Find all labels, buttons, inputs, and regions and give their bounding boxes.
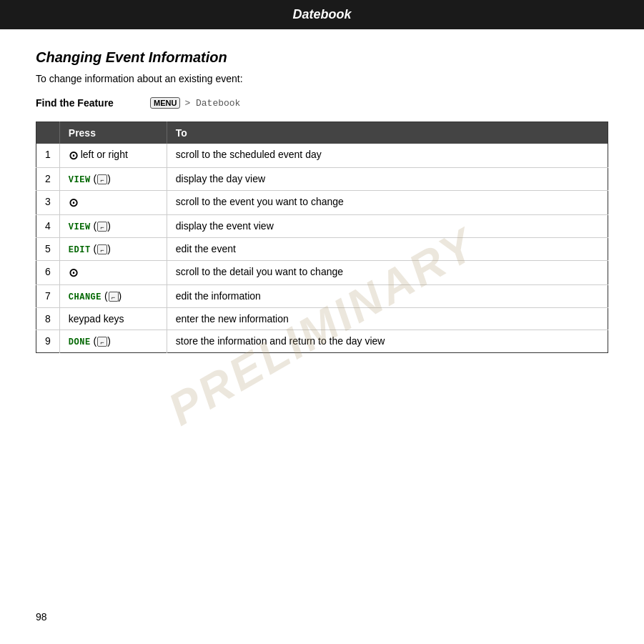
step-to: scroll to the scheduled event day bbox=[167, 144, 608, 168]
find-feature-label: Find the Feature bbox=[36, 97, 129, 109]
table-row: 3⊙scroll to the event you want to change bbox=[36, 191, 608, 215]
key-button-icon: ⌐ bbox=[97, 244, 107, 254]
soft-key-close: ) bbox=[119, 290, 122, 302]
soft-key-icon: ( bbox=[91, 173, 97, 184]
step-number: 8 bbox=[36, 308, 60, 330]
step-press: ⊙ bbox=[59, 261, 167, 285]
intro-text: To change information about an existing … bbox=[36, 73, 608, 84]
step-to: edit the information bbox=[167, 285, 608, 308]
step-press: keypad keys bbox=[59, 308, 167, 330]
key-button-icon: ⌐ bbox=[97, 222, 107, 232]
step-to: display the event view bbox=[167, 215, 608, 238]
soft-key-close: ) bbox=[107, 335, 111, 347]
nav-direction: left or right bbox=[78, 149, 128, 160]
find-feature-row: Find the Feature MENU > Datebook bbox=[36, 97, 608, 109]
menu-icon: MENU bbox=[150, 97, 180, 109]
table-row: 9DONE (⌐)store the information and retur… bbox=[36, 330, 608, 353]
step-to: display the day view bbox=[167, 168, 608, 191]
soft-key-icon: ( bbox=[101, 290, 108, 302]
key-label: DONE bbox=[69, 337, 91, 347]
table-row: 2VIEW (⌐)display the day view bbox=[36, 168, 608, 191]
table-header-row: Press To bbox=[36, 122, 608, 144]
step-number: 4 bbox=[36, 215, 60, 238]
step-number: 6 bbox=[36, 261, 60, 285]
page-header-title: Datebook bbox=[292, 7, 351, 21]
key-label: EDIT bbox=[69, 245, 91, 255]
col-header-to: To bbox=[167, 122, 608, 144]
step-press: DONE (⌐) bbox=[59, 330, 167, 353]
step-press: CHANGE (⌐) bbox=[59, 285, 167, 308]
step-press: ⊙ bbox=[59, 191, 167, 215]
key-label: VIEW bbox=[69, 175, 91, 185]
nav-icon: ⊙ bbox=[69, 196, 78, 209]
table-row: 4VIEW (⌐)display the event view bbox=[36, 215, 608, 238]
table-row: 8keypad keysenter the new information bbox=[36, 308, 608, 330]
key-label: VIEW bbox=[69, 222, 91, 232]
nav-icon: ⊙ bbox=[69, 266, 78, 279]
step-number: 7 bbox=[36, 285, 60, 308]
key-button-icon: ⌐ bbox=[97, 337, 107, 347]
step-press: ⊙ left or right bbox=[59, 144, 167, 168]
table-row: 6⊙scroll to the detail you want to chang… bbox=[36, 261, 608, 285]
step-number: 3 bbox=[36, 191, 60, 215]
table-row: 1⊙ left or rightscroll to the scheduled … bbox=[36, 144, 608, 168]
soft-key-icon: ( bbox=[91, 335, 97, 347]
step-to: scroll to the event you want to change bbox=[167, 191, 608, 215]
nav-icon: ⊙ bbox=[69, 149, 78, 162]
key-label: CHANGE bbox=[69, 292, 101, 302]
key-button-icon: ⌐ bbox=[109, 292, 119, 302]
step-press: VIEW (⌐) bbox=[59, 215, 167, 238]
page-header: Datebook bbox=[0, 0, 644, 29]
section-title: Changing Event Information bbox=[36, 49, 608, 66]
find-feature-value: MENU > Datebook bbox=[150, 97, 240, 109]
step-number: 1 bbox=[36, 144, 60, 168]
steps-table: Press To 1⊙ left or rightscroll to the s… bbox=[36, 122, 608, 353]
step-number: 2 bbox=[36, 168, 60, 191]
step-number: 5 bbox=[36, 238, 60, 261]
step-to: scroll to the detail you want to change bbox=[167, 261, 608, 285]
page-number: 98 bbox=[36, 611, 47, 623]
soft-key-icon: ( bbox=[91, 243, 97, 254]
step-press: EDIT (⌐) bbox=[59, 238, 167, 261]
step-press: VIEW (⌐) bbox=[59, 168, 167, 191]
soft-key-close: ) bbox=[107, 173, 111, 184]
table-row: 7CHANGE (⌐)edit the information bbox=[36, 285, 608, 308]
key-button-icon: ⌐ bbox=[97, 174, 107, 184]
soft-key-close: ) bbox=[107, 243, 111, 254]
soft-key-close: ) bbox=[107, 220, 111, 232]
soft-key-icon: ( bbox=[91, 220, 97, 232]
step-number: 9 bbox=[36, 330, 60, 353]
step-to: enter the new information bbox=[167, 308, 608, 330]
datebook-path: > Datebook bbox=[184, 98, 240, 109]
table-row: 5EDIT (⌐)edit the event bbox=[36, 238, 608, 261]
col-header-num bbox=[36, 122, 60, 144]
step-to: store the information and return to the … bbox=[167, 330, 608, 353]
col-header-press: Press bbox=[59, 122, 167, 144]
content: Changing Event Information To change inf… bbox=[0, 29, 644, 367]
step-to: edit the event bbox=[167, 238, 608, 261]
